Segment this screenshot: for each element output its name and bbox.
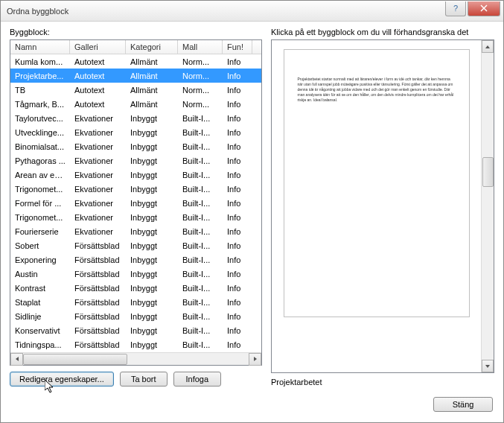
table-row[interactable]: Tidningspa...FörsättsbladInbyggtBuilt-I.… [10, 337, 261, 352]
table-row[interactable]: Kumla kom...AutotextAllmäntNorm...Info [10, 54, 261, 69]
table-cell: Inbyggt [126, 282, 178, 295]
horizontal-scrollbar[interactable] [10, 352, 261, 365]
edit-properties-button[interactable]: Redigera egenskaper... [10, 372, 114, 387]
table-cell: Försättsblad [70, 310, 126, 323]
table-cell: Projektarbe... [10, 69, 70, 83]
table-cell: Inbyggt [126, 168, 178, 182]
triangle-left-icon [15, 357, 19, 361]
col-header-template[interactable]: Mall [178, 40, 223, 54]
scroll-up-button[interactable] [482, 40, 494, 53]
table-cell: Built-I... [178, 324, 223, 337]
triangle-up-icon [485, 45, 490, 49]
table-cell: Info [223, 282, 252, 295]
window-title: Ordna byggblock [7, 7, 444, 16]
table-cell: Austin [10, 267, 70, 281]
table-cell: Info [223, 154, 252, 168]
table-row[interactable]: KonservativtFörsättsbladInbyggtBuilt-I..… [10, 323, 261, 337]
table-cell: Sobert [10, 239, 70, 252]
table-row[interactable]: SidlinjeFörsättsbladInbyggtBuilt-I...Inf… [10, 309, 261, 323]
left-panel: Byggblock: Namn Galleri Kategori Mall Fu… [10, 28, 262, 387]
table-row[interactable]: Binomialsat...EkvationerInbyggtBuilt-I..… [10, 139, 261, 153]
table-cell: Inbyggt [126, 310, 178, 323]
preview-scroll-track[interactable] [482, 53, 494, 360]
table-row[interactable]: Trigonomet...EkvationerInbyggtBuilt-I...… [10, 210, 261, 224]
table-row[interactable]: AustinFörsättsbladInbyggtBuilt-I...Info [10, 267, 261, 281]
table-row[interactable]: Tågmark, B...AutotextAllmäntNorm...Info [10, 97, 261, 111]
table-cell: Info [223, 69, 252, 83]
table-cell: Built-I... [178, 296, 223, 309]
table-cell: Arean av en... [10, 168, 70, 182]
table-cell: Inbyggt [126, 239, 178, 252]
table-cell: Allmänt [126, 69, 178, 83]
scroll-left-button[interactable] [10, 353, 23, 366]
table-row[interactable]: Utvecklinge...EkvationerInbyggtBuilt-I..… [10, 125, 261, 139]
table-cell: Inbyggt [126, 126, 178, 139]
table-cell: Ekvationer [70, 225, 126, 238]
table-body[interactable]: Kumla kom...AutotextAllmäntNorm...InfoPr… [10, 54, 261, 352]
table-row[interactable]: Formel för ...EkvationerInbyggtBuilt-I..… [10, 196, 261, 210]
table-cell: Försättsblad [70, 296, 126, 309]
help-icon: ? [452, 4, 459, 12]
table-cell: Norm... [178, 98, 223, 111]
table-row[interactable]: TBAutotextAllmäntNorm...Info [10, 83, 261, 97]
preview-page: Projektarbetet startar normalt med att l… [284, 49, 470, 317]
table-cell: Built-I... [178, 267, 223, 281]
table-cell: Built-I... [178, 197, 223, 210]
table-row[interactable]: StaplatFörsättsbladInbyggtBuilt-I...Info [10, 295, 261, 309]
table-row[interactable]: ExponeringFörsättsbladInbyggtBuilt-I...I… [10, 252, 261, 267]
col-header-gallery[interactable]: Galleri [70, 40, 126, 54]
table-row[interactable]: Projektarbe...AutotextAllmäntNorm...Info [10, 69, 261, 83]
table-cell: Info [223, 239, 252, 252]
content-area: Byggblock: Namn Galleri Kategori Mall Fu… [1, 22, 503, 389]
table-cell: Försättsblad [70, 338, 126, 352]
table-cell: Allmänt [126, 83, 178, 97]
table-row[interactable]: KontrastFörsättsbladInbyggtBuilt-I...Inf… [10, 281, 261, 295]
table-cell: Built-I... [178, 239, 223, 252]
table-cell: Inbyggt [126, 225, 178, 238]
table-cell: Tidningspa... [10, 338, 70, 352]
preview-container: Projektarbetet startar normalt med att l… [271, 39, 494, 373]
preview-scroll-thumb[interactable] [482, 157, 494, 187]
help-button[interactable]: ? [445, 1, 466, 16]
table-cell: Info [223, 112, 252, 125]
scroll-thumb[interactable] [23, 354, 127, 365]
delete-button[interactable]: Ta bort [120, 372, 168, 387]
table-cell: Autotext [70, 83, 126, 97]
table-cell: Info [223, 83, 252, 97]
table-cell: Taylorutvec... [10, 112, 70, 125]
table-cell: Inbyggt [126, 112, 178, 125]
table-cell: TB [10, 83, 70, 97]
col-header-name[interactable]: Namn [10, 40, 70, 54]
insert-button[interactable]: Infoga [173, 372, 221, 387]
table-cell: Inbyggt [126, 296, 178, 309]
table-cell: Info [223, 182, 252, 196]
table-cell: Built-I... [178, 310, 223, 323]
table-cell: Info [223, 197, 252, 210]
table-cell: Built-I... [178, 225, 223, 238]
table-row[interactable]: Taylorutvec...EkvationerInbyggtBuilt-I..… [10, 111, 261, 125]
table-row[interactable]: Trigonomet...EkvationerInbyggtBuilt-I...… [10, 182, 261, 196]
close-icon [480, 4, 488, 12]
table-cell: Info [223, 98, 252, 111]
table-row[interactable]: Pythagoras ...EkvationerInbyggtBuilt-I..… [10, 153, 261, 168]
table-cell: Built-I... [178, 154, 223, 168]
close-button[interactable] [468, 1, 500, 16]
col-header-info[interactable]: Fun! [223, 40, 252, 54]
close-dialog-button[interactable]: Stäng [433, 397, 493, 412]
col-header-category[interactable]: Kategori [126, 40, 178, 54]
preview-text: Projektarbetet startar normalt med att l… [298, 77, 456, 103]
table-row[interactable]: Arean av en...EkvationerInbyggtBuilt-I..… [10, 168, 261, 182]
table-cell: Trigonomet... [10, 211, 70, 224]
scroll-down-button[interactable] [482, 360, 494, 372]
table-cell: Info [223, 296, 252, 309]
table-row[interactable]: FourierserieEkvationerInbyggtBuilt-I...I… [10, 224, 261, 238]
table-cell: Konservativt [10, 324, 70, 337]
preview-vertical-scrollbar[interactable] [481, 40, 494, 372]
table-row[interactable]: SobertFörsättsbladInbyggtBuilt-I...Info [10, 238, 261, 252]
titlebar: Ordna byggblock ? [1, 1, 503, 22]
table-cell: Utvecklinge... [10, 126, 70, 139]
table-header: Namn Galleri Kategori Mall Fun! [10, 40, 261, 54]
table-cell: Inbyggt [126, 154, 178, 168]
scroll-right-button[interactable] [249, 353, 261, 366]
scroll-track[interactable] [23, 353, 249, 366]
